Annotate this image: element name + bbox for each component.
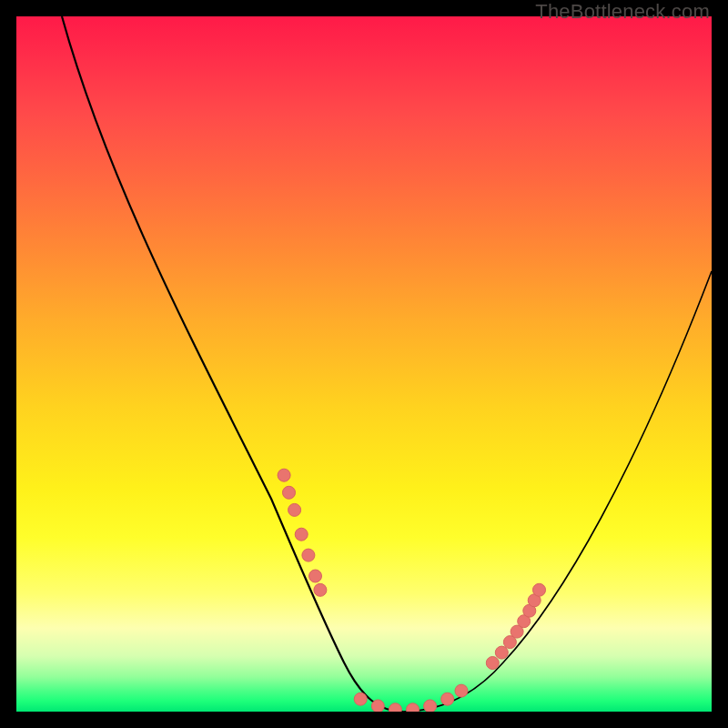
data-marker (302, 549, 315, 561)
data-marker (441, 693, 454, 705)
data-marker (533, 583, 546, 596)
data-marker (495, 646, 508, 659)
left-curve-path (62, 16, 403, 712)
data-marker (455, 684, 468, 697)
data-marker (371, 700, 384, 712)
data-marker (278, 469, 290, 481)
marker-group (278, 469, 545, 712)
data-marker (389, 703, 401, 712)
data-marker (354, 693, 367, 705)
chart-frame: TheBottleneck.com (0, 0, 728, 728)
data-marker (309, 570, 322, 582)
plot-area (16, 16, 712, 712)
data-marker (486, 657, 499, 670)
attribution-text: TheBottleneck.com (535, 0, 710, 24)
right-curve-path (403, 271, 712, 712)
data-marker (424, 700, 437, 712)
data-marker (288, 503, 301, 516)
curve-layer (16, 16, 712, 712)
data-marker (314, 583, 327, 596)
data-marker (407, 703, 420, 712)
bottleneck-curve (62, 16, 712, 712)
data-marker (283, 486, 296, 499)
data-marker (295, 528, 308, 541)
